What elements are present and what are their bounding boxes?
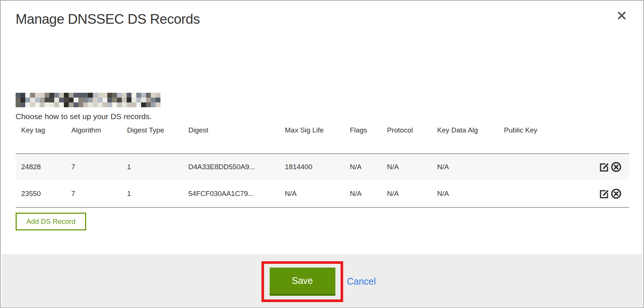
delete-icon: [611, 161, 622, 173]
cell-algorithm: 7: [66, 180, 121, 207]
save-button[interactable]: Save: [270, 268, 335, 296]
cell-public-key: [498, 180, 593, 207]
col-header-key-data-alg: Key Data Alg: [432, 125, 498, 154]
row-actions: [593, 154, 629, 180]
cell-public-key: [498, 154, 593, 180]
col-header-max-sig-life: Max Sig Life: [279, 125, 344, 154]
instruction-text: Choose how to set up your DS records.: [16, 112, 643, 121]
col-header-flags: Flags: [344, 125, 381, 154]
dnssec-dialog: { "dialog": { "title": "Manage DNSSEC DS…: [0, 0, 644, 308]
cell-max-sig-life: 1814400: [279, 154, 344, 180]
edit-record-button[interactable]: [599, 188, 610, 199]
annotation-highlight: Save: [261, 261, 343, 302]
cell-protocol: N/A: [381, 154, 432, 180]
col-header-actions: [593, 125, 629, 154]
close-icon: [617, 10, 628, 21]
col-header-digest: Digest: [183, 125, 279, 154]
delete-icon: [611, 188, 622, 199]
edit-icon: [599, 188, 610, 199]
cell-digest: 54FCF030AA1C79...: [183, 180, 279, 207]
edit-icon: [599, 161, 610, 173]
cancel-link[interactable]: Cancel: [347, 276, 376, 286]
cell-key-tag: 23550: [16, 180, 66, 207]
close-button[interactable]: [617, 10, 628, 22]
add-ds-record-button[interactable]: Add DS Record: [16, 213, 86, 230]
cell-flags: N/A: [344, 154, 381, 180]
col-header-key-tag: Key tag: [16, 125, 66, 154]
cell-digest-type: 1: [121, 154, 183, 180]
page-title: Manage DNSSEC DS Records: [16, 11, 643, 27]
cell-key-tag: 24828: [16, 154, 66, 180]
col-header-algorithm: Algorithm: [66, 125, 121, 154]
cell-digest: D4A33E8DD550A9...: [183, 154, 279, 180]
table-row: 23550 7 1 54FCF030AA1C79... N/A N/A N/A …: [16, 180, 629, 207]
table-row: 24828 7 1 D4A33E8DD550A9... 1814400 N/A …: [16, 154, 629, 180]
cell-key-data-alg: N/A: [432, 154, 498, 180]
cell-algorithm: 7: [66, 154, 121, 180]
col-header-protocol: Protocol: [381, 125, 432, 154]
col-header-digest-type: Digest Type: [121, 125, 183, 154]
ds-records-table: Key tag Algorithm Digest Type Digest Max…: [16, 125, 629, 208]
delete-record-button[interactable]: [611, 161, 622, 173]
edit-record-button[interactable]: [599, 161, 610, 173]
dialog-footer: Save Cancel: [1, 255, 643, 307]
cell-flags: N/A: [344, 180, 381, 207]
cell-protocol: N/A: [381, 180, 432, 207]
col-header-public-key: Public Key: [498, 125, 593, 154]
cell-digest-type: 1: [121, 180, 183, 207]
delete-record-button[interactable]: [611, 188, 622, 199]
row-actions: [593, 180, 629, 207]
redacted-domain-name: [16, 93, 160, 107]
cell-max-sig-life: N/A: [279, 180, 344, 207]
cell-key-data-alg: N/A: [432, 180, 498, 207]
table-header-row: Key tag Algorithm Digest Type Digest Max…: [16, 125, 629, 154]
